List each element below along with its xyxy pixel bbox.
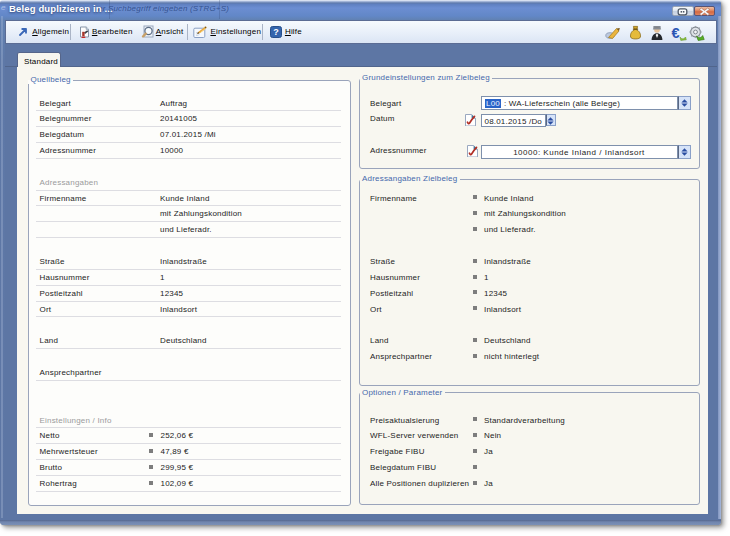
svg-text:?: ? [273,27,279,37]
svg-text:€: € [672,25,680,41]
